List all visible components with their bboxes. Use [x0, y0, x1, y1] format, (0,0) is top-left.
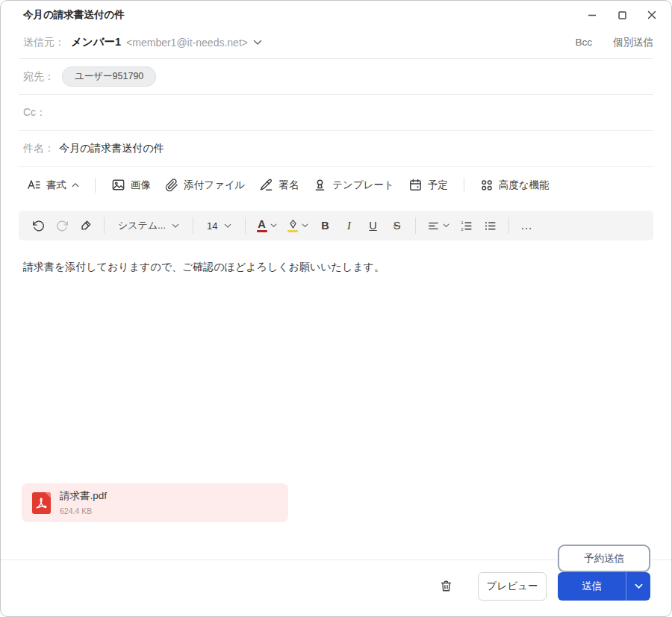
schedule-send-button[interactable]: 予約送信 — [558, 545, 650, 572]
font-family-select[interactable]: システム... — [112, 214, 185, 237]
editor-body[interactable]: 請求書を添付しておりますので、ご確認のほどよろしくお願いいたします。 請求書.p… — [1, 241, 671, 559]
advanced-label: 高度な機能 — [499, 179, 550, 192]
minimize-button[interactable] — [577, 5, 607, 25]
send-button[interactable]: 送信 — [558, 572, 626, 601]
attachment-name: 請求書.pdf — [60, 488, 107, 504]
more-label: … — [520, 219, 533, 232]
numbered-list-button[interactable]: 12 — [456, 214, 477, 237]
close-icon — [647, 10, 657, 20]
format-label: 書式 — [46, 179, 66, 192]
redo-icon — [56, 220, 69, 232]
window-controls — [577, 5, 667, 25]
format-painter-button[interactable] — [75, 214, 96, 237]
minimize-icon — [587, 10, 597, 20]
font-color-letter: A — [258, 219, 265, 230]
divider — [464, 178, 464, 193]
attachment-meta: 請求書.pdf 624.4 KB — [60, 488, 107, 518]
align-button[interactable] — [423, 214, 453, 237]
font-size-value: 14 — [207, 220, 217, 232]
attachment-button[interactable]: 添付ファイル — [161, 174, 249, 196]
font-size-select[interactable]: 14 — [201, 214, 237, 237]
svg-text:1: 1 — [461, 220, 464, 224]
pdf-icon — [32, 492, 51, 514]
footer: 予約送信 プレビュー 送信 — [1, 559, 671, 616]
calendar-icon — [408, 178, 423, 192]
image-button[interactable]: 画像 — [108, 173, 155, 196]
subject-label: 件名： — [23, 142, 55, 155]
highlight-button[interactable] — [284, 214, 312, 237]
chevron-down-icon — [302, 223, 308, 228]
to-label: 宛先： — [23, 70, 55, 84]
advanced-button[interactable]: 高度な機能 — [476, 174, 553, 196]
chevron-down-icon — [270, 223, 277, 228]
sender-selector[interactable]: メンバー1 <member1@it-needs.net> — [71, 35, 262, 49]
send-split-button: 送信 — [558, 572, 650, 601]
italic-button[interactable]: I — [339, 214, 360, 237]
font-color-button[interactable]: A — [253, 214, 281, 237]
template-button[interactable]: テンプレート — [309, 173, 398, 196]
divider — [508, 217, 509, 234]
subject-row[interactable]: 件名： 今月の請求書送付の件 — [19, 131, 653, 167]
strikethrough-button[interactable]: S — [387, 214, 408, 237]
highlight-swatch — [287, 230, 298, 232]
redo-button[interactable] — [52, 214, 72, 237]
signature-button[interactable]: 署名 — [255, 173, 302, 196]
divider — [193, 217, 193, 234]
preview-button[interactable]: プレビュー — [478, 572, 547, 601]
close-button[interactable] — [637, 5, 667, 25]
compose-window: 今月の請求書送付の件 送信元： メンバー1 <member1@it-needs.… — [0, 0, 672, 617]
more-button[interactable]: … — [517, 214, 538, 237]
individual-send-button[interactable]: 個別送信 — [613, 36, 653, 49]
format-painter-icon — [79, 219, 93, 232]
undo-button[interactable] — [28, 214, 49, 237]
highlight-icon — [287, 219, 299, 232]
image-label: 画像 — [131, 179, 151, 192]
format-toolbar: システム... 14 A B I U S — [19, 211, 653, 241]
numbered-list-icon: 12 — [460, 220, 473, 232]
paperclip-icon — [165, 179, 178, 192]
body-text: 請求書を添付しておりますので、ご確認のほどよろしくお願いいたします。 — [23, 258, 649, 275]
chevron-down-icon — [253, 40, 262, 46]
align-icon — [427, 220, 440, 232]
to-row[interactable]: 宛先： ユーザー951790 — [19, 59, 653, 95]
from-label: 送信元： — [23, 36, 65, 49]
cc-label: Cc： — [23, 106, 46, 120]
titlebar: 今月の請求書送付の件 — [1, 1, 671, 26]
bcc-button[interactable]: Bcc — [575, 37, 592, 48]
attachment-size: 624.4 KB — [60, 505, 107, 518]
ink-bottle-icon — [287, 219, 299, 229]
signature-pen-icon — [259, 178, 273, 192]
underline-button[interactable]: U — [363, 214, 384, 237]
divider — [104, 217, 105, 234]
signature-label: 署名 — [279, 179, 299, 192]
recipient-chip[interactable]: ユーザー951790 — [62, 66, 156, 87]
image-icon — [111, 178, 125, 192]
divider — [95, 178, 96, 193]
schedule-label: 予定 — [428, 179, 448, 192]
svg-text:2: 2 — [461, 226, 464, 231]
maximize-button[interactable] — [607, 5, 637, 25]
cc-row[interactable]: Cc： — [19, 95, 653, 131]
bullet-list-button[interactable] — [480, 214, 501, 237]
format-toggle-button[interactable]: 書式 — [23, 173, 83, 196]
send-dropdown-button[interactable] — [626, 572, 650, 601]
schedule-button[interactable]: 予定 — [405, 173, 452, 196]
sender-email: <member1@it-needs.net> — [126, 37, 248, 49]
attachment-card[interactable]: 請求書.pdf 624.4 KB — [22, 483, 288, 522]
format-icon — [27, 178, 41, 192]
chevron-down-icon — [172, 223, 179, 229]
font-color-icon: A — [257, 219, 267, 233]
delete-button[interactable] — [433, 574, 458, 599]
maximize-icon — [617, 10, 627, 20]
bullet-list-icon — [484, 220, 497, 232]
attachment-label: 添付ファイル — [184, 179, 245, 192]
divider — [415, 217, 416, 234]
bold-button[interactable]: B — [315, 214, 336, 237]
chevron-down-icon — [635, 583, 643, 589]
font-color-swatch — [257, 230, 267, 232]
insert-toolbar: 書式 画像 添付ファイル 署名 テンプレート 予定 高度な機能 — [1, 167, 671, 203]
subject-value: 今月の請求書送付の件 — [59, 142, 164, 155]
template-label: テンプレート — [332, 179, 394, 192]
undo-icon — [32, 220, 45, 232]
template-stamp-icon — [313, 178, 327, 192]
